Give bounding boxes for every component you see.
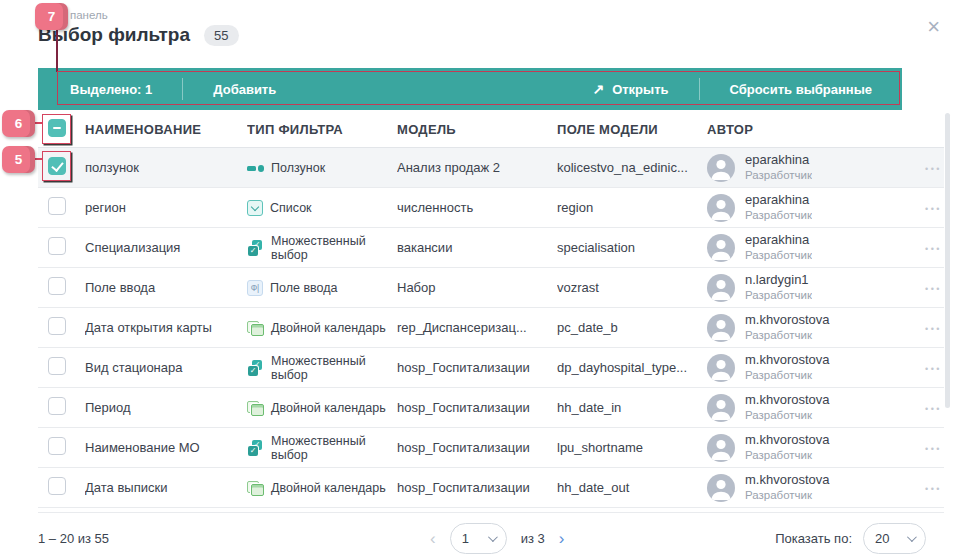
filter-name: Период: [85, 400, 247, 415]
vertical-scrollbar[interactable]: [945, 113, 950, 408]
filter-type-label: Поле ввода: [270, 281, 337, 295]
row-checkbox[interactable]: [48, 237, 66, 255]
row-menu-icon[interactable]: •••: [925, 284, 942, 294]
filter-type-label: Двойной календарь: [271, 321, 386, 335]
row-checkbox[interactable]: [48, 317, 66, 335]
row-checkbox[interactable]: [48, 437, 66, 455]
model-field: dp_dayhospital_type...: [557, 360, 707, 375]
author-role: Разработчик: [745, 368, 830, 382]
page-size-value: 20: [875, 531, 889, 546]
row-menu-icon[interactable]: •••: [925, 484, 942, 494]
filter-type-label: Двойной календарь: [271, 481, 386, 495]
filter-name: регион: [85, 200, 247, 215]
next-row-sliver: [38, 508, 944, 513]
filter-type-icon: [247, 440, 264, 456]
column-header-model: МОДЕЛЬ: [397, 122, 557, 137]
chevron-down-icon: [488, 532, 498, 542]
model-name: численность: [397, 200, 557, 215]
model-name: hosp_Госпитализации: [397, 400, 557, 415]
row-menu-icon[interactable]: •••: [925, 444, 942, 454]
row-menu-icon[interactable]: •••: [925, 244, 942, 254]
model-name: вакансии: [397, 240, 557, 255]
row-menu-icon[interactable]: •••: [925, 324, 942, 334]
avatar: [707, 154, 735, 182]
annotation-box-select-all: [42, 114, 71, 144]
row-checkbox[interactable]: [48, 477, 66, 495]
table-row[interactable]: Наименование МО Множественный выбор hosp…: [38, 428, 944, 468]
author-role: Разработчик: [745, 328, 830, 342]
table-row[interactable]: регион Список численность region eparakh…: [38, 188, 944, 228]
annotation-badge-6: 6: [2, 110, 35, 137]
pagination-bar: 1 – 20 из 55 ‹ 1 из 3 › Показать по: 20: [38, 520, 944, 556]
author-name: eparakhina: [745, 192, 812, 208]
avatar: [707, 274, 735, 302]
row-checkbox[interactable]: [48, 357, 66, 375]
avatar: [707, 234, 735, 262]
filter-type-icon: [247, 320, 264, 336]
next-page-icon[interactable]: ›: [559, 530, 565, 547]
author-name: m.khvorostova: [745, 392, 830, 408]
filter-type-icon: [247, 160, 264, 176]
chevron-down-icon: [907, 532, 917, 542]
row-checkbox[interactable]: [48, 277, 66, 295]
table-row[interactable]: Специализация Множественный выбор ваканс…: [38, 228, 944, 268]
filter-type-label: Множественный выбор: [271, 354, 389, 382]
model-name: hosp_Госпитализации: [397, 440, 557, 455]
author-name: eparakhina: [745, 232, 812, 248]
table-body: ползунок Ползунок Анализ продаж 2 kolice…: [38, 148, 944, 508]
filter-name: Дата выписки: [85, 480, 247, 495]
total-count-badge: 55: [204, 25, 238, 46]
avatar: [707, 194, 735, 222]
avatar: [707, 394, 735, 422]
author-name: n.lardygin1: [745, 272, 812, 288]
table-row[interactable]: ползунок Ползунок Анализ продаж 2 kolice…: [38, 148, 944, 188]
page-size-label: Показать по:: [775, 531, 852, 546]
model-field: hh_date_in: [557, 400, 707, 415]
filter-type-label: Ползунок: [271, 161, 325, 175]
background-page-text: панель: [70, 9, 108, 21]
table-row[interactable]: Вид стационара Множественный выбор hosp_…: [38, 348, 944, 388]
filter-type-label: Множественный выбор: [271, 234, 389, 262]
row-menu-icon[interactable]: •••: [925, 204, 942, 214]
filter-select-dialog: панель Выбор фильтра 55 × Выделено: 1 До…: [0, 0, 954, 560]
filter-name: Дата открытия карты: [85, 320, 247, 335]
table-row[interactable]: Дата выписки Двойной календарь hosp_Госп…: [38, 468, 944, 508]
filter-name: Наименование МО: [85, 440, 247, 455]
author-role: Разработчик: [745, 248, 812, 262]
filter-type-label: Список: [270, 201, 312, 215]
filter-type-label: Двойной календарь: [271, 401, 386, 415]
dialog-header: Выбор фильтра 55: [38, 24, 239, 46]
table-row[interactable]: Дата открытия карты Двойной календарь re…: [38, 308, 944, 348]
avatar: [707, 354, 735, 382]
table-row[interactable]: Поле ввода Поле ввода Набор vozrast n.la…: [38, 268, 944, 308]
column-header-filter-type: ТИП ФИЛЬТРА: [247, 122, 397, 137]
model-name: hosp_Госпитализации: [397, 360, 557, 375]
close-icon[interactable]: ×: [927, 16, 940, 38]
model-field: hh_date_out: [557, 480, 707, 495]
row-menu-icon[interactable]: •••: [925, 364, 942, 374]
prev-page-icon[interactable]: ‹: [430, 530, 436, 547]
table-header-row: НАИМЕНОВАНИЕ ТИП ФИЛЬТРА МОДЕЛЬ ПОЛЕ МОД…: [38, 112, 944, 148]
filter-type-icon: [247, 360, 264, 376]
filter-name: Вид стационара: [85, 360, 247, 375]
table-row[interactable]: Период Двойной календарь hosp_Госпитализ…: [38, 388, 944, 428]
author-role: Разработчик: [745, 208, 812, 222]
row-menu-icon[interactable]: •••: [925, 404, 942, 414]
range-label: 1 – 20 из 55: [38, 531, 109, 546]
row-checkbox[interactable]: [48, 197, 66, 215]
row-menu-icon[interactable]: •••: [925, 164, 942, 174]
annotation-badge-7: 7: [35, 3, 68, 30]
model-field: region: [557, 200, 707, 215]
model-field: kolicestvo_na_edinic...: [557, 160, 707, 175]
of-pages-label: из 3: [521, 531, 545, 546]
page-size-select[interactable]: 20: [863, 523, 926, 554]
page-select[interactable]: 1: [450, 523, 507, 554]
model-field: pc_date_b: [557, 320, 707, 335]
author-name: eparakhina: [745, 152, 812, 168]
row-checkbox[interactable]: [48, 397, 66, 415]
model-field: lpu_shortname: [557, 440, 707, 455]
author-role: Разработчик: [745, 288, 812, 302]
filter-name: ползунок: [85, 160, 247, 175]
avatar: [707, 314, 735, 342]
author-name: m.khvorostova: [745, 312, 830, 328]
